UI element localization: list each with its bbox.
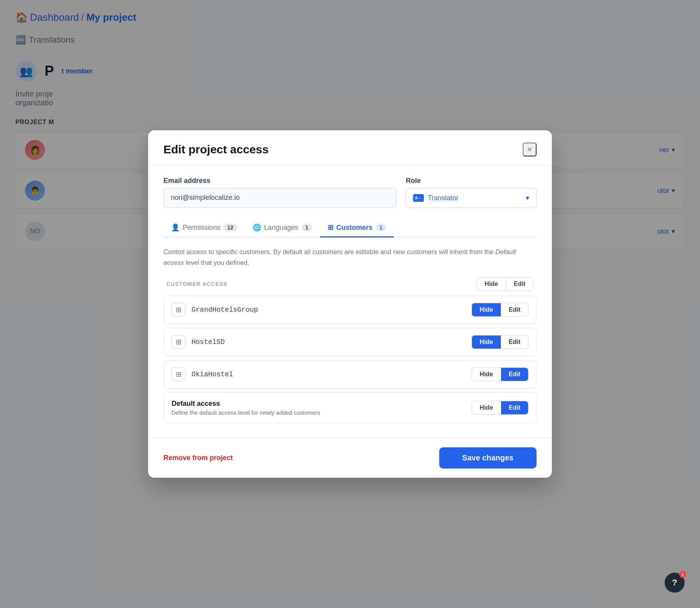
help-icon: ? (672, 578, 677, 588)
hide-button[interactable]: Hide (472, 368, 501, 381)
customer-name: OkiaHostel (192, 370, 233, 378)
edit-button[interactable]: Edit (501, 336, 528, 349)
customer-row-granhotelsgroup: ⊞ GrandHotelsGroup Hide Edit (163, 296, 537, 324)
tab-permissions[interactable]: 👤 Permissions 12 (163, 219, 245, 238)
remove-from-project-button[interactable]: Remove from project (163, 454, 233, 462)
role-select[interactable]: A↔ Translator ▾ (406, 188, 537, 208)
tab-permissions-label: Permissions (183, 224, 220, 232)
role-group: Role A↔ Translator ▾ (406, 177, 537, 208)
customer-access-buttons: Hide Edit (472, 303, 528, 317)
tab-customers[interactable]: ⊞ Customers 1 (320, 219, 394, 238)
default-access-text: Default access Define the default access… (172, 400, 320, 416)
header-access-btn-group: Hide Edit (477, 277, 533, 291)
default-access-title: Default access (172, 400, 320, 408)
tab-customers-badge: 1 (376, 224, 387, 231)
customer-row-left: ⊞ HostelSD (172, 335, 225, 349)
customer-access-label: CUSTOMER ACCESS (167, 281, 227, 287)
default-access-subtitle: Define the default access level for newl… (172, 409, 320, 416)
permissions-icon: 👤 (171, 223, 180, 232)
customer-row-left: ⊞ GrandHotelsGroup (172, 303, 258, 317)
close-button[interactable]: × (523, 143, 537, 156)
customer-name: HostelSD (192, 338, 225, 346)
header-hide-button[interactable]: Hide (477, 277, 506, 291)
tab-customers-label: Customers (337, 224, 373, 232)
modal-body: Email address Role A↔ Translator ▾ (148, 166, 552, 437)
email-label: Email address (163, 177, 397, 185)
edit-button[interactable]: Edit (501, 303, 528, 316)
hide-button[interactable]: Hide (472, 336, 501, 349)
role-select-inner: A↔ Translator (413, 194, 458, 202)
form-row: Email address Role A↔ Translator ▾ (163, 177, 537, 208)
role-icon: A↔ (413, 194, 424, 202)
modal-title: Edit project access (163, 143, 268, 156)
modal-footer: Remove from project Save changes (148, 438, 552, 478)
customer-icon: ⊞ (172, 303, 185, 317)
customer-name: GrandHotelsGroup (192, 306, 258, 314)
customer-row-okiahostel: ⊞ OkiaHostel Hide Edit (163, 360, 537, 389)
modal-overlay[interactable]: Edit project access × Email address Role… (0, 0, 700, 608)
languages-icon: 🌐 (253, 223, 261, 232)
customers-icon: ⊞ (328, 223, 333, 232)
customer-row-left: ⊞ OkiaHostel (172, 367, 233, 381)
customer-access-buttons: Hide Edit (472, 335, 528, 349)
role-label: Role (406, 177, 537, 185)
hide-button[interactable]: Hide (472, 303, 501, 316)
save-changes-button[interactable]: Save changes (439, 447, 537, 468)
edit-button[interactable]: Edit (501, 368, 528, 381)
role-value: Translator (428, 194, 458, 202)
edit-project-access-modal: Edit project access × Email address Role… (148, 130, 552, 477)
default-access-row: Default access Define the default access… (163, 392, 537, 423)
modal-header: Edit project access × (148, 130, 552, 166)
customer-icon: ⊞ (172, 335, 185, 349)
customer-access-header: CUSTOMER ACCESS Hide Edit (163, 277, 537, 291)
tabs-container: 👤 Permissions 12 🌐 Languages 1 ⊞ Custome… (163, 219, 537, 238)
customer-access-buttons: Hide Edit (472, 367, 528, 381)
customer-row-hostelsd: ⊞ HostelSD Hide Edit (163, 328, 537, 356)
default-edit-button[interactable]: Edit (501, 401, 528, 414)
header-edit-button[interactable]: Edit (506, 277, 533, 291)
tab-languages-badge: 1 (302, 224, 312, 231)
email-group: Email address (163, 177, 397, 208)
tab-permissions-badge: 12 (223, 224, 237, 231)
help-badge: 1 (679, 571, 686, 578)
tab-languages[interactable]: 🌐 Languages 1 (245, 219, 320, 238)
tab-languages-label: Languages (264, 224, 298, 232)
customer-icon: ⊞ (172, 367, 185, 381)
email-input[interactable] (163, 188, 397, 208)
tab-description: Control access to specific customers. By… (163, 247, 537, 267)
default-hide-button[interactable]: Hide (472, 401, 501, 414)
chevron-down-icon: ▾ (526, 194, 529, 202)
help-button[interactable]: ? 1 (665, 573, 685, 593)
default-access-buttons: Hide Edit (472, 401, 528, 415)
